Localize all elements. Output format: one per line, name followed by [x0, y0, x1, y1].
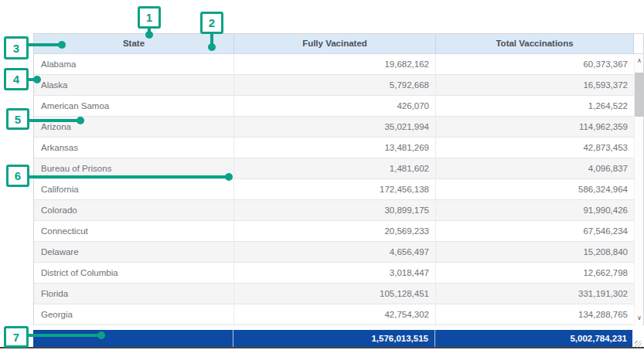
column-header-total-vaccinations[interactable]: Total Vaccinations: [436, 34, 634, 53]
cell-total-vaccinations: 60,373,367: [436, 54, 634, 74]
cell-fully-vaccinated: 42,754,302: [234, 304, 436, 325]
screenshot-canvas: State Fully Vacinated Total Vaccinations…: [0, 0, 644, 350]
cell-state: Georgia: [34, 304, 234, 325]
callout-2: 2: [200, 12, 223, 34]
cell-total-vaccinations: 114,962,359: [436, 117, 634, 137]
cell-state: Delaware: [34, 242, 234, 262]
callout-7: 7: [4, 326, 29, 348]
resize-grip-icon: [635, 341, 642, 348]
table-row[interactable]: Alaska5,792,66816,593,372: [34, 75, 643, 96]
header-scrollbar-corner: [634, 34, 643, 53]
table-row[interactable]: Arizona35,021,994114,962,359: [34, 117, 643, 138]
cell-fully-vaccinated: 172,456,138: [234, 179, 436, 199]
cell-fully-vaccinated: 20,569,233: [234, 221, 436, 241]
cell-state: Arkansas: [34, 138, 234, 158]
cell-fully-vaccinated: 13,481,269: [234, 138, 436, 158]
cell-fully-vaccinated: 1,481,602: [234, 158, 436, 178]
table-row[interactable]: Arkansas13,481,26942,873,453: [34, 138, 643, 158]
callout-6-dot: [225, 173, 233, 181]
bottom-divider: [0, 347, 644, 348]
cell-total-vaccinations: 91,990,426: [436, 200, 634, 220]
table-row[interactable]: Florida105,128,451331,191,302: [34, 284, 643, 304]
cell-state: District of Columbia: [34, 263, 234, 283]
cell-state: American Samoa: [34, 96, 234, 116]
callout-2-dot: [208, 43, 216, 51]
cell-state: Alaska: [34, 75, 234, 95]
cell-fully-vaccinated: 19,682,162: [234, 54, 436, 74]
column-header-fully-vaccinated[interactable]: Fully Vacinated: [234, 34, 436, 53]
table-row[interactable]: American Samoa426,0701,264,522: [34, 96, 643, 117]
cell-total-vaccinations: 1,264,522: [436, 96, 634, 116]
cell-state: Florida: [34, 284, 234, 304]
table-row[interactable]: Georgia42,754,302134,288,765: [34, 304, 643, 325]
cell-total-vaccinations: 42,873,453: [436, 138, 634, 158]
cell-fully-vaccinated: 105,128,451: [234, 284, 436, 304]
scrollbar-thumb[interactable]: [635, 73, 644, 117]
table-header-row: State Fully Vacinated Total Vaccinations: [34, 34, 643, 54]
callout-1: 1: [138, 6, 161, 29]
cell-total-vaccinations: 15,208,840: [436, 242, 634, 262]
cell-fully-vaccinated: 5,792,668: [234, 75, 436, 95]
cell-fully-vaccinated: 30,899,175: [234, 200, 436, 220]
callout-3: 3: [4, 36, 29, 59]
table-row[interactable]: California172,456,138586,324,964: [34, 179, 643, 200]
callout-1-dot: [145, 31, 153, 39]
table-row[interactable]: Connecticut20,569,23367,546,234: [34, 221, 643, 242]
callout-5-dot: [77, 117, 84, 124]
cell-fully-vaccinated: 4,656,497: [234, 242, 436, 262]
vertical-scrollbar[interactable]: ∧ ∨: [634, 54, 643, 325]
scroll-down-icon[interactable]: ∨: [635, 313, 644, 324]
table-body: Alabama19,682,16260,373,367Alaska5,792,6…: [34, 54, 643, 325]
scroll-up-icon[interactable]: ∧: [635, 56, 644, 66]
cell-total-vaccinations: 331,191,302: [436, 284, 634, 304]
cell-state: Alabama: [34, 54, 234, 74]
table-row[interactable]: District of Columbia3,018,44712,662,798: [34, 263, 643, 284]
callout-7-line: [29, 334, 100, 337]
cell-state: Connecticut: [34, 221, 234, 241]
data-table: State Fully Vacinated Total Vaccinations…: [33, 33, 644, 325]
callout-5-line: [29, 119, 79, 122]
cell-total-vaccinations: 586,324,964: [436, 179, 634, 199]
callout-4: 4: [4, 68, 29, 90]
table-row[interactable]: Colorado30,899,17591,990,426: [34, 200, 643, 221]
table-row[interactable]: Alabama19,682,16260,373,367: [34, 54, 643, 75]
total-cell-state: [33, 330, 233, 347]
callout-4-dot: [33, 76, 41, 83]
callout-5: 5: [6, 108, 29, 130]
table-total-row: 1,576,013,515 5,002,784,231: [33, 330, 632, 347]
cell-fully-vaccinated: 3,018,447: [234, 263, 436, 283]
cell-state: California: [34, 179, 234, 199]
callout-3-dot: [58, 41, 66, 49]
callout-6-line: [29, 175, 227, 178]
cell-total-vaccinations: 67,546,234: [436, 221, 634, 241]
cell-total-vaccinations: 134,288,765: [436, 304, 634, 325]
callout-6: 6: [6, 165, 29, 187]
total-cell-total-vaccinations: 5,002,784,231: [435, 330, 632, 347]
cell-state: Colorado: [34, 200, 234, 220]
total-cell-fully-vaccinated: 1,576,013,515: [233, 330, 435, 347]
table-row[interactable]: Delaware4,656,49715,208,840: [34, 242, 643, 263]
cell-total-vaccinations: 16,593,372: [436, 75, 634, 95]
cell-total-vaccinations: 12,662,798: [436, 263, 634, 283]
cell-fully-vaccinated: 426,070: [234, 96, 436, 116]
callout-7-dot: [97, 331, 105, 339]
cell-fully-vaccinated: 35,021,994: [234, 117, 436, 137]
cell-total-vaccinations: 4,096,837: [436, 158, 634, 178]
